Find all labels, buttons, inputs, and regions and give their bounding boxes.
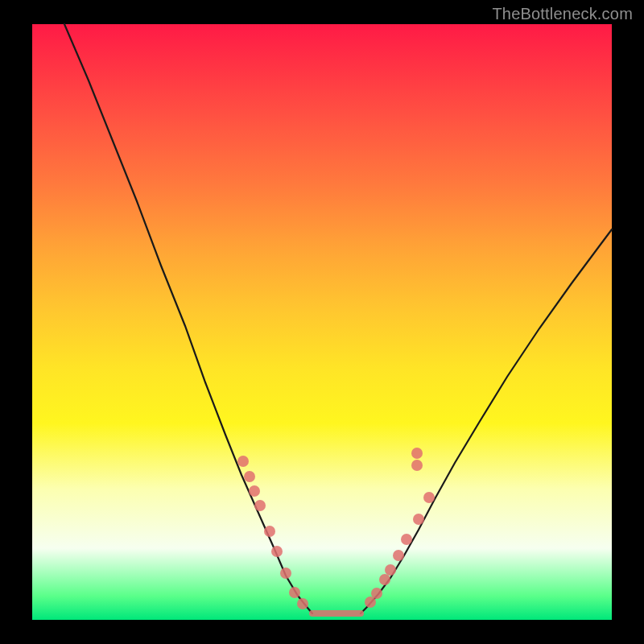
data-marker bbox=[244, 471, 255, 482]
chart-frame: TheBottleneck.com bbox=[0, 0, 644, 644]
data-marker bbox=[411, 460, 423, 471]
plot-area bbox=[32, 24, 612, 620]
data-marker bbox=[393, 550, 404, 561]
data-marker bbox=[379, 574, 390, 585]
data-marker bbox=[264, 526, 275, 537]
data-marker bbox=[385, 564, 396, 576]
data-marker bbox=[297, 598, 308, 609]
left-curve bbox=[64, 24, 312, 613]
data-marker bbox=[249, 485, 260, 497]
data-marker bbox=[411, 448, 423, 459]
markers-right-group bbox=[365, 448, 435, 608]
data-marker bbox=[423, 492, 435, 503]
markers-left-group bbox=[237, 456, 308, 609]
data-marker bbox=[371, 588, 382, 599]
data-marker bbox=[280, 568, 291, 579]
watermark-text: TheBottleneck.com bbox=[492, 5, 633, 23]
data-marker bbox=[401, 534, 412, 545]
curve-layer bbox=[32, 24, 612, 620]
data-marker bbox=[254, 500, 266, 511]
data-marker bbox=[413, 514, 424, 525]
data-marker bbox=[289, 587, 300, 598]
data-marker bbox=[271, 546, 283, 557]
data-marker bbox=[237, 456, 249, 467]
